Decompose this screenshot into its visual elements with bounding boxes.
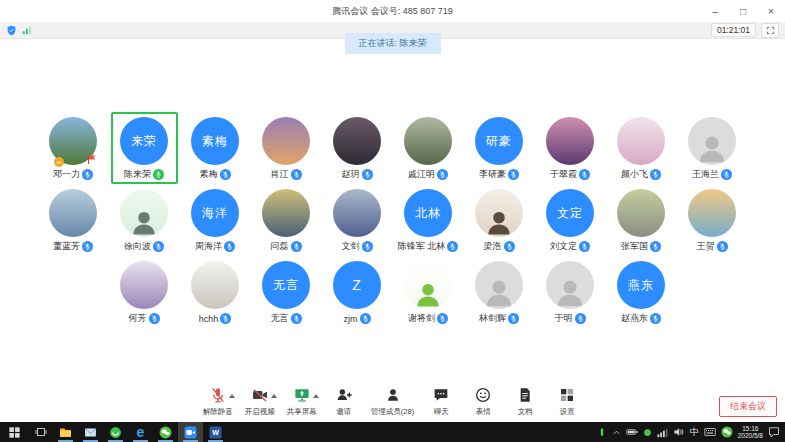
- participant-name-row: 徐向波: [124, 241, 164, 252]
- participant-tile[interactable]: 文定刘文定: [537, 184, 604, 256]
- participant-name: 文剑: [342, 240, 360, 253]
- mail-icon: [84, 426, 97, 439]
- taskbar-app-mail[interactable]: [78, 422, 103, 442]
- action-center-icon[interactable]: [768, 426, 780, 438]
- participant-tile[interactable]: 董蓝芳: [40, 184, 107, 256]
- taskbar-app-tencent-meeting[interactable]: [178, 422, 203, 442]
- participant-name-row: 问磊: [271, 241, 302, 252]
- toolbar-item-chat[interactable]: 聊天: [426, 388, 456, 417]
- participant-name-row: 李研豪: [479, 169, 519, 180]
- mic-muted-badge: [291, 169, 302, 180]
- wechat-tray-icon[interactable]: [721, 426, 733, 438]
- default-avatar-icon: [475, 261, 523, 309]
- participant-name-row: 林剑辉: [479, 313, 519, 324]
- toolbar-item-label: 共享屏幕: [287, 407, 317, 417]
- participant-name: 素梅: [200, 168, 218, 181]
- participant-tile[interactable]: 文剑: [324, 184, 391, 256]
- mic-muted-badge: [362, 169, 373, 180]
- participant-avatar: [49, 189, 97, 237]
- participant-name-row: 王贺: [697, 241, 728, 252]
- meeting-security-icon[interactable]: [6, 25, 17, 36]
- participant-name: 刘文定: [550, 240, 577, 253]
- battery-icon[interactable]: [626, 426, 638, 438]
- touch-keyboard-icon[interactable]: [704, 426, 716, 438]
- toolbar-item-invite[interactable]: 邀请: [329, 388, 359, 417]
- participant-tile[interactable]: 颜小飞: [608, 112, 675, 184]
- mic-muted-badge: [220, 169, 231, 180]
- taskbar-app-wechat[interactable]: [153, 422, 178, 442]
- toolbar-item-docs[interactable]: 文档: [510, 388, 540, 417]
- participant-name-row: 董蓝芳: [53, 241, 93, 252]
- participant-tile[interactable]: 赵玥: [324, 112, 391, 184]
- ime-indicator[interactable]: 中: [690, 426, 699, 439]
- mic-muted-badge: [508, 169, 519, 180]
- participant-name: 邓一力: [53, 168, 80, 181]
- figure-avatar-icon: [120, 189, 168, 237]
- toolbar-item-unmute[interactable]: 解除静音: [203, 388, 233, 417]
- participant-tile[interactable]: 燕东赵燕东: [608, 256, 675, 328]
- participant-tile[interactable]: 于明: [537, 256, 604, 328]
- volume-icon[interactable]: [673, 426, 685, 438]
- participant-tile[interactable]: 北林陈锋军 北林: [395, 184, 462, 256]
- participant-tile[interactable]: 无言无言: [253, 256, 320, 328]
- toolbar-item-emoji[interactable]: 表情: [468, 388, 498, 417]
- chevron-up-icon[interactable]: [612, 428, 621, 437]
- participant-tile[interactable]: 来荣陈来荣: [111, 112, 178, 184]
- minimize-button[interactable]: –: [701, 0, 729, 22]
- maximize-button[interactable]: □: [729, 0, 757, 22]
- toolbar-item-members[interactable]: 管理成员(28): [371, 388, 414, 417]
- participant-tile[interactable]: 徐向波: [111, 184, 178, 256]
- participant-tile[interactable]: 梁浩: [466, 184, 533, 256]
- toolbar-item-settings[interactable]: 设置: [552, 388, 582, 417]
- caret-icon[interactable]: [271, 394, 277, 398]
- participant-name-row: 肖江: [271, 169, 302, 180]
- participant-tile[interactable]: 何芳: [111, 256, 178, 328]
- taskbar-app-word[interactable]: W: [203, 422, 228, 442]
- caret-icon[interactable]: [229, 394, 235, 398]
- participant-tile[interactable]: 谢将剑: [395, 256, 462, 328]
- participant-tile[interactable]: hchh: [182, 256, 249, 328]
- taskbar-app-browser-360[interactable]: [103, 422, 128, 442]
- participant-tile[interactable]: 于翠霞: [537, 112, 604, 184]
- participant-name: 陈锋军 北林: [398, 240, 446, 253]
- toolbar-item-label: 开启视频: [245, 407, 275, 417]
- participant-tile[interactable]: 海洋周海洋: [182, 184, 249, 256]
- taskbar-app-task-view[interactable]: [28, 422, 53, 442]
- caret-icon[interactable]: [313, 394, 319, 398]
- participant-tile[interactable]: 研豪李研豪: [466, 112, 533, 184]
- participant-tile[interactable]: 问磊: [253, 184, 320, 256]
- participant-tile[interactable]: 张军国: [608, 184, 675, 256]
- participant-name-row: 王海兰: [692, 169, 732, 180]
- taskbar-clock[interactable]: 15:16 2020/5/8: [738, 425, 763, 440]
- participant-name-row: 梁浩: [484, 241, 515, 252]
- participant-tile[interactable]: 王贺: [679, 184, 746, 256]
- participant-tile[interactable]: 邓一力: [40, 112, 107, 184]
- participant-tile[interactable]: 戚江明: [395, 112, 462, 184]
- taskbar-app-file-explorer[interactable]: [53, 422, 78, 442]
- network-icon[interactable]: [657, 427, 668, 438]
- participant-tile[interactable]: 林剑辉: [466, 256, 533, 328]
- mic-muted-badge: [362, 241, 373, 252]
- toolbar-iconwrap: [559, 388, 575, 405]
- toolbar-item-share-screen[interactable]: 共享屏幕: [287, 388, 317, 417]
- participant-tile[interactable]: 素梅素梅: [182, 112, 249, 184]
- signal-strength-icon[interactable]: [22, 25, 32, 35]
- toolbar-iconwrap: [517, 388, 533, 405]
- toolbar-item-camera[interactable]: 开启视频: [245, 388, 275, 417]
- taskbar-app-edge[interactable]: e: [128, 422, 153, 442]
- toolbar-item-label: 文档: [518, 407, 533, 417]
- end-meeting-button[interactable]: 结束会议: [719, 396, 777, 417]
- toolbar-item-label: 设置: [560, 407, 575, 417]
- settings-icon: [559, 387, 575, 407]
- participant-tile[interactable]: Zzjm: [324, 256, 391, 328]
- start-button[interactable]: [0, 422, 28, 442]
- charging-icon[interactable]: [597, 427, 607, 437]
- participant-tile[interactable]: 王海兰: [679, 112, 746, 184]
- fullscreen-button[interactable]: [761, 23, 779, 38]
- participant-name: zjm: [344, 314, 358, 324]
- participant-avatar: 燕东: [617, 261, 665, 309]
- participant-name: 颜小飞: [621, 168, 648, 181]
- green-app-icon[interactable]: [643, 428, 652, 437]
- participant-tile[interactable]: 肖江: [253, 112, 320, 184]
- close-button[interactable]: ×: [757, 0, 785, 22]
